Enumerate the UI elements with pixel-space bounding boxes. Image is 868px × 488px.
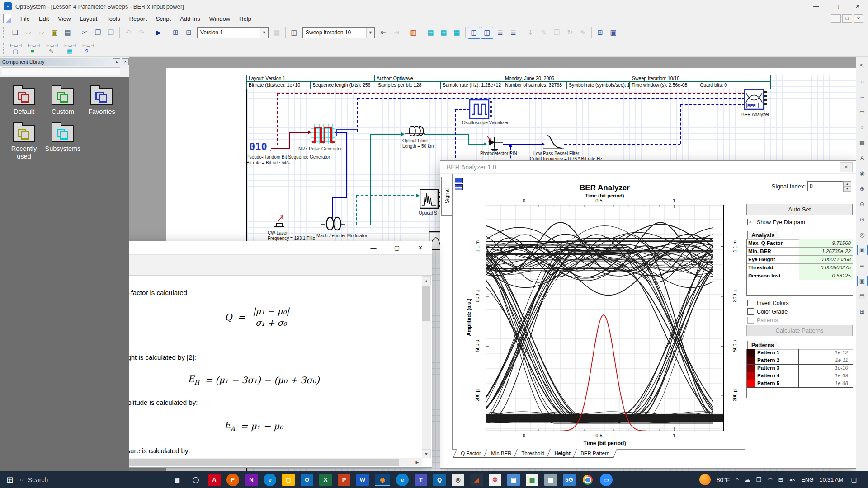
temperature[interactable]: 80°F xyxy=(717,476,730,483)
taskbar-icon-recorder[interactable]: ◎ xyxy=(452,474,464,486)
close-button[interactable]: ✕ xyxy=(847,0,868,13)
taskbar-icon-fiveg-app[interactable]: 5G xyxy=(563,474,576,486)
menu-tools[interactable]: Tools xyxy=(102,14,124,23)
taskbar-icon-word[interactable]: W xyxy=(356,474,369,486)
parameter-table-3-button[interactable]: ▦ xyxy=(451,27,463,39)
menu-help[interactable]: Help xyxy=(235,14,256,23)
signal-index-input[interactable]: 0 xyxy=(807,181,844,191)
taskbar-icon-notebook[interactable]: ▤ xyxy=(507,474,520,486)
scroll-down-icon[interactable]: ▼ xyxy=(422,449,431,458)
redo-button[interactable]: ↷ xyxy=(135,27,147,39)
taskbar-icon-excel[interactable]: X xyxy=(319,474,332,486)
save-project-button[interactable]: ▣ xyxy=(48,27,61,39)
component-oscilloscope[interactable] xyxy=(469,99,493,121)
menu-report[interactable]: Report xyxy=(125,14,151,23)
component-prbs[interactable]: 010.. xyxy=(249,140,274,155)
report-viewer-button[interactable]: ⊞ xyxy=(594,27,606,39)
add-tool-button[interactable]: ⊞ xyxy=(857,306,868,317)
maximize-button[interactable]: ▢ xyxy=(826,0,847,13)
clock[interactable]: 10:31 AM xyxy=(820,477,844,483)
view-layout-button[interactable]: ◫ xyxy=(468,27,480,39)
menu-script[interactable]: Script xyxy=(151,14,175,23)
ber-close-button[interactable]: ✕ xyxy=(840,162,853,172)
grid-snap-tool-button[interactable]: ▣ xyxy=(857,245,868,255)
component-lpf[interactable] xyxy=(543,133,565,153)
scroll-up-icon[interactable]: ▲ xyxy=(422,276,431,285)
rect-tool-button[interactable]: ▭ xyxy=(857,107,868,117)
tab-signal[interactable]: Signal xyxy=(441,177,453,216)
volume-muted-icon[interactable]: ◂× xyxy=(789,476,795,483)
library-folder-favorites[interactable]: Favorites xyxy=(82,84,121,116)
help-minimize-button[interactable]: — xyxy=(368,244,379,251)
library-pin-button[interactable]: ▴ xyxy=(113,58,120,65)
script-edit-button[interactable]: ✎ xyxy=(577,27,589,39)
mdi-minimize-button[interactable]: — xyxy=(831,14,841,23)
weather-icon[interactable] xyxy=(699,474,711,485)
help-vscroll-thumb[interactable] xyxy=(422,286,430,321)
undo-button[interactable]: ↶ xyxy=(122,27,134,39)
view-report-button[interactable]: ◫ xyxy=(481,27,493,39)
taskbar-icon-file-explorer[interactable]: ▢ xyxy=(282,474,295,486)
help-maximize-button[interactable]: ▢ xyxy=(391,244,403,251)
zoom-in-tool-button[interactable]: ⊕ xyxy=(857,183,868,194)
checkbox-color-grade[interactable]: Color Grade xyxy=(747,308,788,315)
library-folder-default[interactable]: Default xyxy=(5,84,43,116)
taskbar-icon-paint[interactable]: ❂ xyxy=(489,474,501,486)
cloud-icon[interactable]: ☁ xyxy=(744,476,750,483)
taskbar-icon-onenote[interactable]: N xyxy=(245,474,258,486)
sweep-mode-button[interactable]: ◫ xyxy=(288,27,300,39)
search-input[interactable] xyxy=(27,476,106,484)
print-button[interactable]: ▤ xyxy=(61,27,74,39)
properties-tool-button[interactable]: ▣ xyxy=(857,276,868,286)
start-button[interactable]: ⊞ xyxy=(0,471,20,488)
context-help-button[interactable]: ⊢▭⊣? xyxy=(81,43,97,55)
mdi-close-button[interactable]: ✕ xyxy=(854,14,863,23)
new-document-button[interactable]: ❏ xyxy=(9,27,21,39)
layers-tool-button[interactable]: ▤ xyxy=(857,291,868,301)
taskbar-icon-zoom[interactable]: ▭ xyxy=(600,474,613,486)
taskbar-icon-matlab[interactable]: ◢ xyxy=(470,474,483,486)
view-script-button[interactable]: ≣ xyxy=(494,27,506,39)
signal-index-stepper[interactable]: ▲▼ xyxy=(843,181,851,192)
help-vertical-scrollbar[interactable]: ▲ ▼ xyxy=(422,276,431,458)
pointer-tool-button[interactable]: ↖ xyxy=(857,61,868,71)
taskbar-icon-edge[interactable]: e xyxy=(264,474,276,486)
table-tool-button[interactable]: ▤ xyxy=(857,137,868,148)
taskbar-icon-chart-app[interactable]: ▆ xyxy=(526,474,538,486)
component-osa[interactable] xyxy=(420,189,440,211)
taskbar-icon-calculator[interactable]: ▦ xyxy=(544,474,557,486)
eye-diagram-plot[interactable] xyxy=(486,205,724,431)
menu-layout[interactable]: Layout xyxy=(75,14,102,23)
insert-grid-component-button[interactable]: ⊢▭⊣▦ xyxy=(63,43,79,55)
insert-signal-paths-button[interactable]: ⊢▭⊣≡ xyxy=(27,43,42,55)
script-copy-button[interactable]: ❐ xyxy=(551,27,563,39)
save-results-button[interactable]: ▣ xyxy=(607,27,619,39)
pan-tool-button[interactable]: ↔ xyxy=(857,76,868,86)
taskbar-icon-anydesk[interactable]: A xyxy=(208,474,221,486)
open-sample-button[interactable]: ▱ xyxy=(35,27,47,39)
tab-threshold[interactable]: Threshold xyxy=(514,449,552,458)
snapshot-tool-button[interactable]: ◉ xyxy=(857,168,868,178)
scroll-right-icon[interactable]: ▶ xyxy=(413,458,422,466)
help-close-button[interactable]: ✕ xyxy=(415,244,426,251)
insert-sketch-tool-button[interactable]: ⊢▭⊣✎ xyxy=(45,43,61,55)
library-folder-custom[interactable]: Custom xyxy=(43,84,82,116)
component-fiber[interactable] xyxy=(405,125,425,139)
ellipse-tool-button[interactable]: ○ xyxy=(857,122,868,132)
layout-grid-button[interactable]: ▦ xyxy=(271,27,283,39)
library-folder-recently-used[interactable]: Recently used xyxy=(5,121,43,160)
zoom-out-tool-button[interactable]: ⊖ xyxy=(857,199,868,209)
cut-button[interactable]: ✂ xyxy=(79,27,91,39)
taskbar-icon-outlook[interactable]: O xyxy=(301,474,313,486)
wire-tool-button[interactable]: → xyxy=(857,91,868,102)
library-folder-subsystems[interactable]: Subsystems xyxy=(43,121,82,153)
component-photodetector[interactable] xyxy=(485,135,505,153)
taskbar-icon-teams[interactable]: T xyxy=(415,474,427,486)
layout-new-button[interactable]: ⊞ xyxy=(170,27,182,39)
sweep-previous-button[interactable]: ⇤ xyxy=(377,27,389,39)
script-refresh-button[interactable]: ↻ xyxy=(564,27,576,39)
component-nrz[interactable] xyxy=(311,124,335,146)
script-download-button[interactable]: ↧ xyxy=(524,27,537,39)
taskbar-icon-powerpoint[interactable]: P xyxy=(338,474,350,486)
calculate-patterns-button[interactable]: Calculate Patterns xyxy=(746,325,853,336)
